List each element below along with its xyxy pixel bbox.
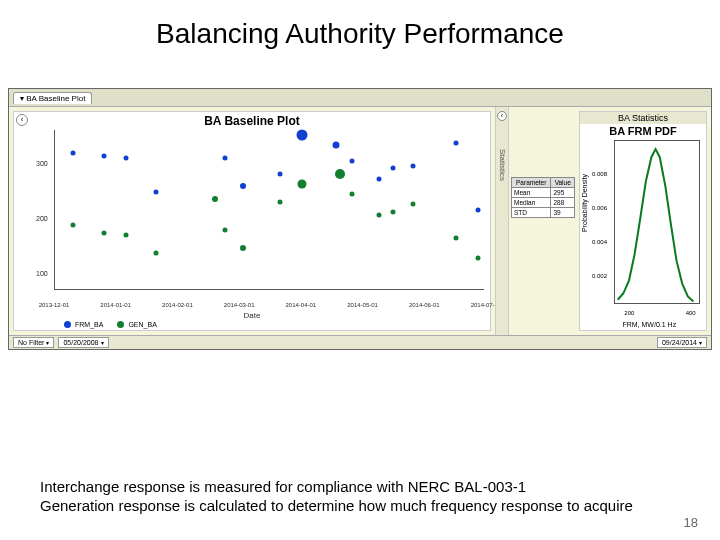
stats-cell: 288: [551, 198, 575, 208]
pdf-ytick: 0.004: [592, 239, 607, 245]
pdf-xtick: 200: [624, 310, 634, 316]
stats-cell: STD: [512, 208, 551, 218]
date-start-value: 05/20/2008: [63, 338, 98, 348]
scatter-point: [475, 256, 480, 261]
ytick: 300: [36, 159, 48, 166]
page-number: 18: [684, 515, 698, 530]
scatter-point: [71, 222, 76, 227]
scatter-point: [335, 169, 345, 179]
scatter-point: [411, 163, 416, 168]
collapse-button-left[interactable]: ‹: [16, 114, 28, 126]
scatter-point: [475, 207, 480, 212]
scatter-point: [212, 196, 218, 202]
scatter-point: [123, 156, 128, 161]
pdf-ytick: 0.008: [592, 171, 607, 177]
legend-label-gen: GEN_BA: [128, 321, 156, 328]
caption-block: Interchange response is measured for com…: [40, 478, 633, 516]
caption-line-1: Interchange response is measured for com…: [40, 478, 633, 497]
filter-dropdown[interactable]: No Filter ▾: [13, 337, 54, 348]
date-end-value: 09/24/2014: [662, 338, 697, 348]
page-title: Balancing Authority Performance: [0, 0, 720, 58]
stats-table: Parameter Value Mean 295 Median 288 STD …: [511, 177, 575, 218]
scatter-point: [453, 235, 458, 240]
date-start-dropdown[interactable]: 05/20/2008 ▾: [58, 337, 108, 348]
pdf-ytick: 0.006: [592, 205, 607, 211]
scatter-point: [222, 156, 227, 161]
xtick: 2014-02-01: [162, 302, 193, 308]
chevron-down-icon: ▾: [46, 338, 49, 348]
scatter-point: [376, 176, 381, 181]
scatter-point: [277, 171, 282, 176]
divider-statistics: ‹ Statistics: [495, 107, 509, 335]
pdf-plot-area: [614, 140, 700, 304]
scatter-title: BA Baseline Plot: [14, 112, 490, 130]
filter-label: No Filter: [18, 338, 44, 348]
xtick: 2014-05-01: [347, 302, 378, 308]
xtick: 2013-12-01: [39, 302, 70, 308]
tab-label: BA Baseline Plot: [26, 94, 85, 103]
scatter-legend: FRM_BA GEN_BA: [64, 321, 157, 328]
pdf-panel-header: BA Statistics: [580, 112, 706, 124]
table-row: Median 288: [512, 198, 575, 208]
xtick: 2014-01-01: [100, 302, 131, 308]
stats-header-value: Value: [551, 178, 575, 188]
scatter-point: [453, 140, 458, 145]
scatter-point: [154, 189, 159, 194]
legend-item-frm: FRM_BA: [64, 321, 103, 328]
statistics-side-label: Statistics: [498, 149, 507, 181]
collapse-button-stats[interactable]: ‹: [497, 111, 507, 121]
scatter-xlabel: Date: [244, 311, 261, 320]
legend-item-gen: GEN_BA: [117, 321, 156, 328]
scatter-point: [297, 179, 306, 188]
scatter-point: [222, 228, 227, 233]
stats-cell: Mean: [512, 188, 551, 198]
pdf-ytick: 0.002: [592, 273, 607, 279]
content-row: ‹ BA Baseline Plot Frequency Response, M…: [9, 107, 711, 335]
stats-cell: 39: [551, 208, 575, 218]
scatter-point: [296, 130, 307, 141]
scatter-point: [154, 251, 159, 256]
scatter-point: [240, 245, 246, 251]
legend-swatch-frm: [64, 321, 71, 328]
chevron-down-icon: ▾: [699, 338, 702, 348]
scatter-point: [277, 199, 282, 204]
footer-bar: No Filter ▾ 05/20/2008 ▾ 09/24/2014 ▾: [9, 335, 711, 349]
date-end-dropdown[interactable]: 09/24/2014 ▾: [657, 337, 707, 348]
scatter-point: [240, 183, 246, 189]
scatter-point: [123, 233, 128, 238]
scatter-point: [101, 153, 106, 158]
scatter-point: [350, 192, 355, 197]
scatter-panel: ‹ BA Baseline Plot Frequency Response, M…: [13, 111, 491, 331]
caret-icon: ▾: [20, 94, 24, 103]
scatter-point: [71, 151, 76, 156]
legend-label-frm: FRM_BA: [75, 321, 103, 328]
scatter-point: [411, 202, 416, 207]
tab-bar: ▾ BA Baseline Plot: [9, 89, 711, 107]
pdf-xtick: 400: [686, 310, 696, 316]
pdf-xlabel: FRM, MW/0.1 Hz: [622, 321, 676, 328]
chevron-down-icon: ▾: [101, 338, 104, 348]
stats-cell: 295: [551, 188, 575, 198]
stats-cell: Median: [512, 198, 551, 208]
scatter-point: [390, 210, 395, 215]
xtick: 2014-06-01: [409, 302, 440, 308]
scatter-point: [376, 212, 381, 217]
table-row: STD 39: [512, 208, 575, 218]
scatter-point: [101, 230, 106, 235]
stats-header-param: Parameter: [512, 178, 551, 188]
xtick: 2014-03-01: [224, 302, 255, 308]
scatter-plot-area: [54, 130, 484, 290]
ytick: 200: [36, 214, 48, 221]
app-frame: ▾ BA Baseline Plot ‹ BA Baseline Plot Fr…: [8, 88, 712, 350]
pdf-panel: BA Statistics BA FRM PDF Probability Den…: [579, 111, 707, 331]
caption-line-2: Generation response is calculated to det…: [40, 497, 633, 516]
legend-swatch-gen: [117, 321, 124, 328]
table-row: Parameter Value: [512, 178, 575, 188]
xtick: 2014-04-01: [285, 302, 316, 308]
pdf-curve: [615, 141, 699, 303]
tab-baseline-plot[interactable]: ▾ BA Baseline Plot: [13, 92, 92, 104]
pdf-ylabel: Probability Density: [581, 174, 588, 232]
stats-panel: Parameter Value Mean 295 Median 288 STD …: [509, 107, 577, 335]
ytick: 100: [36, 269, 48, 276]
scatter-point: [333, 142, 340, 149]
